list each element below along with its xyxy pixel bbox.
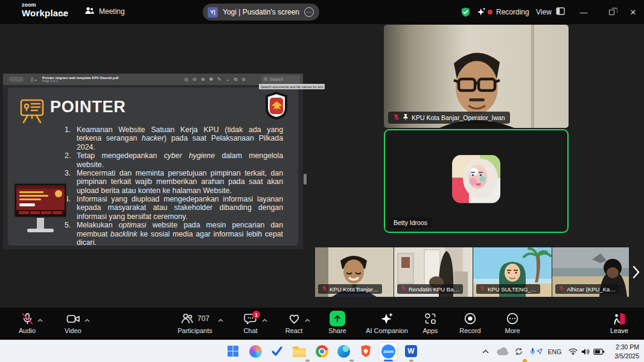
participants-chevron-icon[interactable] [218, 316, 223, 323]
active-indicator [384, 360, 393, 361]
video-tile-active-speaker[interactable]: Betty Idroos [384, 129, 569, 233]
todo-button[interactable] [269, 343, 285, 359]
mic-muted-icon [401, 285, 406, 293]
brand-zoom: zoom [22, 2, 68, 8]
item-number: 1. [65, 125, 77, 151]
video-chevron-icon[interactable] [84, 316, 90, 323]
pdf-rotate-icon[interactable]: ⧉ [234, 77, 238, 83]
monitor-screen [14, 183, 67, 218]
kpu-logo [264, 91, 289, 122]
pdf-restrict-icon[interactable]: ⊘ [241, 77, 246, 82]
file-explorer-button[interactable] [292, 343, 307, 359]
word-icon: W [405, 345, 417, 357]
ai-companion-label: AI Companion [366, 327, 408, 334]
cloud-icon [497, 348, 508, 355]
tray-expand-button[interactable] [479, 340, 492, 362]
pdf-zoom-out-icon[interactable]: ⊖ [193, 77, 197, 82]
pdf-file-meta: Pointer migrasi web template KPU Daerah.… [42, 76, 118, 83]
window-minimize-button[interactable]: — [573, 0, 594, 24]
mic-muted-icon [559, 285, 564, 293]
brave-button[interactable] [358, 343, 374, 359]
leave-button[interactable]: Leave [592, 311, 644, 334]
leave-label: Leave [610, 327, 628, 334]
ai-companion-status-icon[interactable] [476, 7, 486, 19]
participants-count: 707 [197, 314, 209, 323]
participant-name: Rendatin KPU Ba… [409, 286, 459, 293]
pdf-hand-tool-icon[interactable]: ✥ [209, 77, 213, 82]
security-shield-icon[interactable] [461, 7, 471, 20]
meeting-tab-label: Meeting [99, 7, 125, 16]
video-button[interactable]: Video [46, 311, 100, 334]
onedrive-tray-icon[interactable] [495, 340, 509, 362]
item-number: 2. [65, 151, 77, 169]
screen-options-icon[interactable]: ⋯ [304, 7, 314, 17]
wifi-icon [568, 348, 578, 355]
panel-resize-handle[interactable] [304, 174, 307, 185]
video-thumb-1[interactable]: KPU Kota Banjar… [315, 247, 394, 297]
pdf-annotate-chevron-icon[interactable]: ⌄ [226, 77, 230, 82]
pdf-viewer-toolbar: ▯⌄ Pointer migrasi web template KPU Daer… [3, 74, 303, 85]
video-thumb-2[interactable]: Rendatin KPU Ba… [394, 247, 473, 297]
heart-icon [287, 312, 301, 325]
window-close-button[interactable]: ✕ [623, 0, 643, 24]
share-button[interactable]: Share [310, 311, 365, 334]
website-screenshot [16, 185, 65, 215]
volume-tray-icon[interactable] [579, 340, 592, 362]
zoom-app-button[interactable]: zoom [379, 342, 398, 361]
audio-chevron-icon[interactable] [37, 316, 43, 323]
edge-button[interactable] [336, 343, 351, 359]
react-chevron-icon[interactable] [305, 316, 310, 323]
mic-location-tray[interactable] [528, 340, 544, 362]
recording-indicator[interactable]: Recording [488, 8, 529, 16]
video-tile-main[interactable]: KPU Kota Banjar_Operator_Iwan [384, 25, 569, 128]
pdf-annotate-icon[interactable]: ✎ [217, 77, 222, 82]
update-tray-icon[interactable] [511, 340, 526, 362]
taskbar-clock[interactable]: 2:30 PM 3/5/2025 [614, 343, 639, 360]
wifi-tray-icon[interactable] [566, 340, 579, 362]
more-label: More [505, 327, 520, 334]
clock-time: 2:30 PM [614, 343, 639, 352]
participant-name-pill: Rendatin KPU Ba… [397, 284, 463, 294]
battery-tray-icon[interactable] [591, 340, 606, 362]
word-button[interactable]: W [403, 343, 419, 359]
window-restore-button[interactable] [601, 0, 622, 24]
language-indicator[interactable]: ENG [546, 340, 563, 362]
participant-name: Betty Idroos [394, 219, 427, 226]
participant-name-pill: KPU Kota Banjar_Operator_Iwan [388, 112, 510, 124]
titlebar: zoom Workplace Meeting Y| Yogi | Pusdati… [0, 0, 644, 24]
video-thumb-4[interactable]: Alhizar (KPU_Ka… [552, 247, 629, 297]
participant-name-pill: Alhizar (KPU_Ka… [555, 284, 619, 294]
shared-screen-pill[interactable]: Y| Yogi | Pusdatin's screen ⋯ [203, 4, 319, 21]
more-button[interactable]: More [485, 311, 540, 334]
pdf-toggle-pill[interactable] [9, 77, 24, 82]
pdf-zoom-in-icon[interactable]: ⊕ [201, 77, 205, 82]
react-label: React [285, 327, 303, 334]
view-button[interactable]: View [536, 7, 565, 17]
video-label: Video [65, 327, 81, 334]
brand-chevron-down-icon[interactable] [60, 8, 66, 19]
copilot-button[interactable] [247, 343, 263, 359]
item-text: Keamanan Website Satuan Kerja KPU (tidak… [77, 125, 283, 151]
video-thumb-3[interactable]: KPU SULTENG_… [473, 247, 552, 297]
brave-icon [360, 345, 371, 357]
tab-meeting[interactable]: Meeting [84, 6, 125, 17]
view-label: View [536, 8, 552, 16]
item-text: Tetap mengedepankan cyber hygiene dalam … [77, 151, 283, 169]
presentation-board-icon [18, 98, 46, 127]
audio-label: Audio [19, 327, 36, 334]
chrome-button[interactable] [314, 343, 330, 359]
next-participants-chevron[interactable] [630, 263, 642, 281]
mic-muted-icon [322, 285, 327, 293]
participants-button[interactable]: 707 Participants [168, 311, 222, 334]
zoom-app-icon: zoom [381, 345, 395, 358]
pdf-search-input[interactable]: Search [261, 75, 300, 83]
pdf-thumbnails-icon[interactable]: ▯⌄ [31, 77, 37, 82]
record-label: Record [459, 327, 480, 334]
pdf-target-icon[interactable]: ◎ [184, 77, 188, 82]
start-button[interactable] [225, 343, 241, 359]
share-label: Share [328, 327, 346, 334]
recording-dot-icon [488, 10, 493, 14]
clock-date: 3/5/2025 [614, 352, 639, 361]
participant-name: KPU SULTENG_… [488, 286, 537, 293]
copilot-icon [249, 345, 262, 358]
